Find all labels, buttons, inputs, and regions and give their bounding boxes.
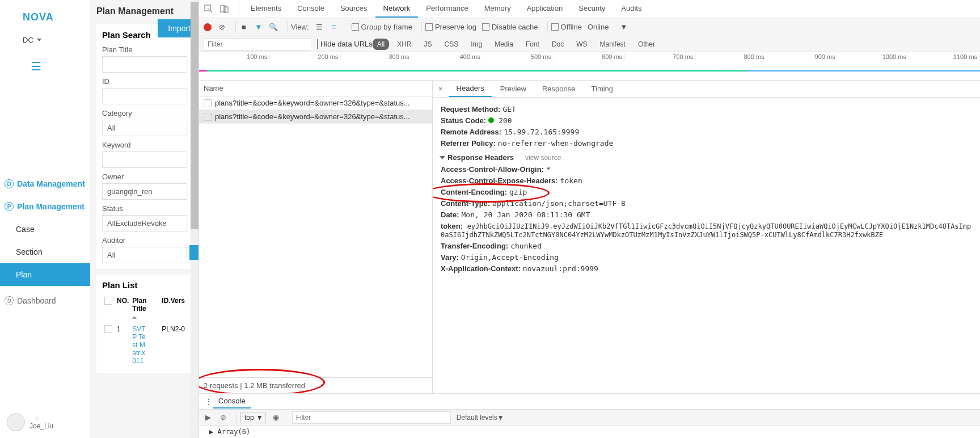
tab-response[interactable]: Response (534, 81, 584, 96)
tab-timing[interactable]: Timing (584, 81, 622, 96)
context-select[interactable]: top ▼ (240, 412, 266, 423)
tenant-select[interactable]: DC (0, 29, 90, 51)
clear-console-icon[interactable]: ⊘ (218, 413, 227, 422)
eye-icon[interactable]: ◉ (272, 413, 281, 422)
network-toolbar: ⊘ ■ ▼ 🔍 View: ☰ ≡ Group by frame Preserv… (199, 18, 980, 36)
tab-console[interactable]: Console (289, 0, 332, 18)
filter-other[interactable]: Other (633, 39, 660, 50)
menu-toggle-icon[interactable]: ☰ (0, 51, 90, 82)
hide-data-urls[interactable]: Hide data URLs (317, 40, 373, 48)
tick: 400 ms (412, 53, 483, 60)
timeline-bar (199, 70, 980, 71)
filter-ws[interactable]: WS (572, 39, 592, 50)
hdr-val: * (546, 165, 551, 174)
nav-plan-management[interactable]: P Plan Management (0, 195, 90, 218)
panel-handle-icon[interactable] (189, 245, 198, 260)
status-select[interactable]: AllExcludeRevoke (102, 215, 187, 231)
throttling-select[interactable]: Online ▼ (588, 23, 627, 31)
owner-select[interactable]: guangqin_ren (102, 183, 187, 200)
col-idvers[interactable]: ID.Vers (160, 294, 186, 323)
device-toggle-icon[interactable] (219, 4, 230, 14)
console-tab[interactable]: Console (213, 394, 251, 408)
inspect-icon[interactable] (204, 4, 214, 14)
console-filter-input[interactable] (292, 411, 451, 424)
checkbox[interactable] (104, 325, 112, 333)
checkbox[interactable] (204, 99, 212, 107)
search-icon[interactable]: 🔍 (269, 23, 278, 32)
console-toolbar: ▶ ⊘ top ▼ ◉ Default levels ▼ (199, 410, 980, 426)
clear-icon[interactable]: ⊘ (217, 23, 226, 32)
col-title[interactable]: Plan Title (131, 294, 159, 323)
request-row[interactable]: plans?title=&code=&keyword=&owner=326&ty… (199, 96, 432, 110)
tab-headers[interactable]: Headers (449, 81, 492, 97)
table-row[interactable]: 1 SVT P Te st M atrix 011 PLN2-0 (103, 324, 186, 366)
console-sidebar-icon[interactable]: ▶ (204, 413, 213, 422)
disable-cache[interactable]: Disable cache (482, 23, 538, 31)
hdr-val: token (560, 176, 582, 185)
nav: D Data Management P Plan Management Case… (0, 172, 90, 312)
filter-css[interactable]: CSS (440, 39, 463, 50)
more-icon[interactable]: ⋮ (204, 397, 213, 406)
response-headers-section[interactable]: Response Headers view source (441, 153, 972, 162)
filter-icon[interactable]: ▼ (254, 23, 263, 32)
filter-font[interactable]: Font (521, 39, 544, 50)
nav-case[interactable]: Case (0, 218, 90, 241)
category-select[interactable]: All (102, 120, 187, 136)
nav-data-management[interactable]: D Data Management (0, 172, 90, 195)
scrollbar-thumb[interactable] (191, 2, 198, 229)
col-no[interactable]: NO. (116, 294, 130, 323)
scrollbar[interactable] (191, 0, 198, 438)
nav-label: Dashboard (17, 296, 56, 305)
filter-xhr[interactable]: XHR (392, 39, 416, 50)
tab-preview[interactable]: Preview (492, 81, 534, 96)
close-icon[interactable]: × (433, 85, 449, 93)
request-row[interactable]: plans?title=&code=&keyword=&owner=326&ty… (199, 110, 432, 124)
checkbox[interactable] (204, 113, 212, 121)
timeline[interactable]: 100 ms 200 ms 300 ms 400 ms 500 ms 600 m… (199, 52, 980, 81)
network-filter-input[interactable] (204, 38, 311, 50)
tab-elements[interactable]: Elements (243, 0, 289, 18)
plan-list-card: Plan List NO. Plan Title ID.Vers 1 SVT P… (96, 275, 193, 373)
favorite-icon[interactable]: ☆ (34, 414, 53, 422)
preserve-log[interactable]: Preserve log (425, 23, 476, 31)
plan-title-input[interactable] (102, 56, 187, 73)
nav-plan[interactable]: Plan (0, 263, 90, 286)
nav-section[interactable]: Section (0, 241, 90, 263)
group-by-frame[interactable]: Group by frame (352, 23, 412, 31)
filter-doc[interactable]: Doc (547, 39, 568, 50)
tab-performance[interactable]: Performance (418, 0, 476, 18)
filter-media[interactable]: Media (490, 39, 518, 50)
nav-dashboard[interactable]: ⏱ Dashboard (0, 289, 90, 312)
tab-security[interactable]: Security (571, 0, 613, 18)
id-input[interactable] (102, 88, 187, 104)
request-list-header[interactable]: Name (199, 81, 432, 96)
cell-title[interactable]: SVT P Te st M atrix 011 (131, 324, 159, 366)
tab-memory[interactable]: Memory (476, 0, 519, 18)
offline[interactable]: Offline (551, 23, 582, 31)
tab-application[interactable]: Application (519, 0, 571, 18)
hdr-key: Content-Type: (441, 199, 490, 208)
tab-sources[interactable]: Sources (332, 0, 375, 18)
view-waterfall-icon[interactable]: ≡ (330, 23, 339, 32)
log-levels-select[interactable]: Default levels ▼ (457, 414, 504, 422)
tab-audits[interactable]: Audits (613, 0, 649, 18)
filter-js[interactable]: JS (419, 39, 436, 50)
tab-network[interactable]: Network (375, 0, 419, 18)
filter-manifest[interactable]: Manifest (595, 39, 630, 50)
camera-icon[interactable]: ■ (239, 23, 248, 32)
avatar[interactable] (7, 413, 25, 431)
view-list-icon[interactable]: ☰ (315, 23, 324, 32)
keyword-input[interactable] (102, 151, 187, 168)
label-plan-title: Plan Title (102, 45, 187, 54)
view-source-link[interactable]: view source (525, 154, 561, 162)
console-body[interactable]: ▶ Array(6) (199, 426, 980, 438)
checkbox-all[interactable] (104, 297, 112, 305)
network-main: Name plans?title=&code=&keyword=&owner=3… (199, 81, 980, 393)
filter-img[interactable]: Img (466, 39, 487, 50)
hdr-key: Access-Control-Expose-Headers: (441, 176, 558, 185)
record-button[interactable] (204, 23, 212, 31)
filter-all[interactable]: All (373, 39, 389, 50)
auditor-select[interactable]: All (102, 247, 187, 263)
devtools: Elements Console Sources Network Perform… (198, 0, 980, 438)
plan-search-title: Plan Search (102, 30, 151, 40)
